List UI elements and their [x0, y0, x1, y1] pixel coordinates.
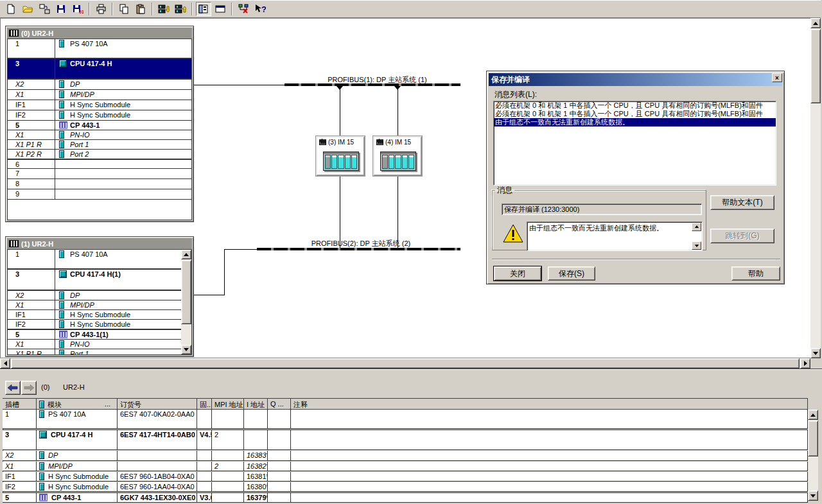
- save-compile-button[interactable]: 01: [70, 2, 85, 16]
- close-button[interactable]: 关闭: [494, 266, 541, 281]
- rack-row-module-name: DP: [70, 291, 80, 299]
- message-id-field[interactable]: 保存并编译 (1230:3000): [502, 204, 702, 215]
- cell-i: [244, 410, 268, 428]
- pane-splitter[interactable]: [0, 369, 822, 378]
- column-header-fw[interactable]: 固..: [197, 398, 212, 410]
- column-header-ellipsis: ...: [105, 400, 110, 408]
- rack-row-slot-X2[interactable]: X2DP: [8, 290, 191, 300]
- new-button[interactable]: [3, 2, 19, 16]
- catalog-button[interactable]: [196, 2, 211, 16]
- cell-q: [268, 451, 291, 460]
- rack-row-slot-IF1[interactable]: IF1H Sync Submodule: [8, 310, 191, 320]
- upload-button[interactable]: [173, 2, 188, 16]
- rack-row-slot-X1 P1 R[interactable]: X1 P1 RPort 1: [8, 349, 191, 355]
- navigate-back-button[interactable]: [5, 381, 21, 395]
- rack-row-slot-1[interactable]: 1PS 407 10A: [8, 39, 191, 58]
- rack-row-slot-3[interactable]: 3CPU 417-4 H(1): [8, 269, 191, 290]
- rack-row-slot-label: 3: [8, 59, 55, 78]
- message-row-3[interactable]: 由于组态不一致而无法重新创建系统数据。: [494, 118, 776, 126]
- slave-module-slat: [345, 155, 351, 169]
- vertical-scroll-thumb[interactable]: [181, 260, 191, 324]
- rack-row-slot-7[interactable]: 7: [8, 169, 191, 179]
- table-row-slot-IF2[interactable]: IF2H Sync Submodule6ES7 960-1AA04-0XA016…: [3, 482, 808, 492]
- dp-slave-icon: [376, 139, 383, 145]
- rack-titlebar[interactable]: (1) UR2-H: [7, 238, 192, 249]
- rack-row-slot-6[interactable]: 6: [8, 159, 191, 169]
- detail-scroll-down-icon[interactable]: [692, 241, 701, 250]
- save-button[interactable]: 保存(S): [548, 266, 595, 281]
- dp-slave-3[interactable]: (3) IM 15: [316, 136, 365, 176]
- module-icon: [59, 150, 64, 158]
- rack-row-slot-IF2[interactable]: IF2H Sync Submodule: [8, 110, 191, 121]
- table-row-slot-5[interactable]: 5CP 443-16GK7 443-1EX30-0XE0V3.016379*: [3, 492, 808, 503]
- column-header-i[interactable]: I 地址: [244, 398, 268, 410]
- save-station-button[interactable]: [37, 2, 52, 16]
- scroll-down-button[interactable]: [181, 345, 191, 354]
- rack-row-slot-X1[interactable]: X1PN-IO: [8, 130, 191, 140]
- rack-row-slot-X1 P2 R[interactable]: X1 P2 RPort 2: [8, 150, 191, 159]
- table-row-slot-1[interactable]: 1PS 407 10A6ES7 407-0KA02-0AA0: [3, 410, 808, 429]
- module-icon: [59, 320, 64, 328]
- column-header-q[interactable]: Q ...: [268, 398, 291, 410]
- message-row-2[interactable]: 必须在机架 0 和 机架 1 中各插入一个 CPU，且 CPU 具有相同的订购号…: [494, 110, 776, 118]
- horizontal-scroll-thumb[interactable]: [11, 358, 800, 369]
- table-row-slot-3[interactable]: 3CPU 417-4 H6ES7 417-4HT14-0AB0V4.52: [3, 430, 808, 450]
- help-button[interactable]: ?: [252, 2, 268, 16]
- scroll-up-button[interactable]: [181, 250, 191, 259]
- rack-row-slot-X1[interactable]: X1MPI/DP: [8, 90, 191, 100]
- dialog-title: 保存并编译: [491, 74, 530, 85]
- module-name: H Sync Submodule: [48, 473, 109, 480]
- vertical-scroll-thumb[interactable]: [808, 421, 818, 456]
- save-button[interactable]: [53, 2, 69, 16]
- rack-row-slot-5[interactable]: 5CP 443-1(1): [8, 329, 191, 340]
- rack-row-slot-5[interactable]: 5CP 443-1: [8, 121, 191, 130]
- scroll-right-button[interactable]: [800, 358, 810, 369]
- table-row-slot-X1[interactable]: X1MPI/DP216382*: [3, 462, 808, 471]
- dialog-titlebar[interactable]: 保存并编译: [489, 73, 782, 86]
- open-button[interactable]: [20, 2, 35, 16]
- rack-row-slot-X1[interactable]: X1PN-IO: [8, 340, 191, 349]
- rack-row-slot-X1[interactable]: X1MPI/DP: [8, 300, 191, 310]
- download-button[interactable]: [156, 2, 171, 16]
- network-button[interactable]: [236, 2, 251, 16]
- scroll-left-button[interactable]: [0, 358, 10, 369]
- copy-button[interactable]: [116, 2, 132, 16]
- column-header-slot[interactable]: 插槽: [3, 398, 37, 410]
- scroll-up-button[interactable]: [808, 410, 818, 420]
- rack-row-slot-X2[interactable]: X2DP: [8, 79, 191, 90]
- rack-row-slot-8[interactable]: 8: [8, 179, 191, 189]
- window-button[interactable]: [213, 2, 228, 16]
- dp-slave-4[interactable]: (4) IM 15: [373, 136, 422, 176]
- column-header-order[interactable]: 订货号: [118, 398, 197, 410]
- goto-button[interactable]: 跳转到(G): [710, 229, 774, 243]
- column-header-mpi[interactable]: MPI 地址: [212, 398, 244, 410]
- cell-q: [268, 472, 291, 481]
- rack-row-slot-X1 P1 R[interactable]: X1 P1 RPort 1: [8, 140, 191, 150]
- rack-row-slot-label: X1: [8, 90, 55, 100]
- navigate-forward-button[interactable]: [21, 381, 37, 395]
- rack-row-slot-9[interactable]: 9: [8, 189, 191, 200]
- scroll-down-button[interactable]: [808, 491, 818, 501]
- rack-titlebar[interactable]: (0) UR2-H: [7, 28, 192, 39]
- scroll-up-button[interactable]: [810, 18, 821, 28]
- column-header-module[interactable]: 模块...: [37, 398, 118, 410]
- table-row-slot-IF1[interactable]: IF1H Sync Submodule6ES7 960-1AB04-0XA016…: [3, 472, 808, 482]
- message-row-1[interactable]: 必须在机架 0 和 机架 1 中各插入一个 CPU，且 CPU 具有相同的订购号…: [494, 101, 776, 110]
- print-button[interactable]: [93, 2, 109, 16]
- cell-slot: X1: [3, 462, 37, 471]
- help-text-button[interactable]: 帮助文本(T): [710, 195, 774, 210]
- rack-row-slot-1[interactable]: 1PS 407 10A: [8, 250, 191, 269]
- detail-scroll-up-icon[interactable]: [692, 223, 701, 231]
- help-button[interactable]: 帮助: [731, 266, 780, 281]
- table-row-slot-X2[interactable]: X2DP16383*: [3, 451, 808, 461]
- paste-button[interactable]: [133, 2, 148, 16]
- cell-slot: IF1: [3, 472, 37, 481]
- vertical-scroll-thumb[interactable]: [810, 29, 821, 103]
- rack-row-slot-IF2[interactable]: IF2H Sync Submodule: [8, 320, 191, 329]
- rack-row-slot-IF1[interactable]: IF1H Sync Submodule: [8, 100, 191, 110]
- scroll-down-button[interactable]: [810, 348, 821, 358]
- rack-row-slot-3[interactable]: 3CPU 417-4 H: [8, 58, 191, 79]
- copy-icon: [119, 4, 129, 14]
- close-icon[interactable]: ×: [772, 73, 782, 82]
- column-header-comment[interactable]: 注释: [291, 398, 808, 410]
